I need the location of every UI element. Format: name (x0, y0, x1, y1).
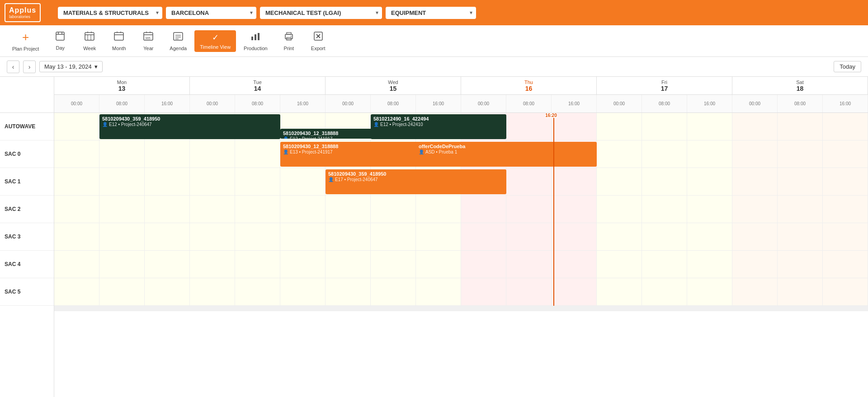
grid-cell-sac2-1-0 (190, 196, 235, 223)
grid-cell-sac3-3-0 (461, 223, 506, 250)
date-range-button[interactable]: May 13 - 19, 2024 ▾ (39, 61, 103, 72)
grid-cell-sac1-3-1 (506, 168, 552, 195)
materials-dropdown[interactable]: MATERIALS & STRUCTURALS (58, 7, 162, 19)
grid-cell-sac1-1-0 (190, 168, 235, 195)
production-label: Production (244, 46, 268, 51)
location-dropdown-wrapper[interactable]: BARCELONA (166, 7, 256, 19)
hour-cell-4-2: 16:00 (687, 95, 732, 112)
grid-cell-sac0-1-0 (190, 140, 235, 168)
grid-cell-sac2-1-1 (235, 196, 280, 223)
grid-cell-sac3-0-0 (54, 223, 99, 250)
grid-cell-sac2-5-1 (778, 196, 823, 223)
event-ev5[interactable]: offerCodeDePrueba 👤 ASD • Prueba 1 (416, 142, 597, 167)
hour-cell-4-1: 08:00 (642, 95, 687, 112)
day-num-18: 18 (797, 85, 804, 92)
test-dropdown[interactable]: MECHANICAL TEST (LGAI) (260, 7, 382, 19)
grid-cell-sac2-4-1 (642, 196, 687, 223)
grid-cell-sac1-5-1 (778, 168, 823, 195)
grid-cell-autowave-4-0 (597, 113, 642, 140)
month-button[interactable]: Month (105, 29, 132, 53)
person-icon-ev1: 👤 (102, 122, 108, 127)
production-button[interactable]: Production (238, 29, 273, 53)
export-icon (313, 31, 323, 44)
grid-cell-autowave-4-1 (642, 113, 687, 140)
svg-rect-25 (258, 33, 259, 40)
event-sub-ev1: 👤 E12 • Project-240647 (102, 122, 278, 127)
grid-cell-sac4-2-0 (326, 251, 371, 278)
today-button[interactable]: Today (834, 61, 861, 72)
export-button[interactable]: Export (305, 29, 332, 53)
event-ev3[interactable]: 5810209430_12_318888 👤 E12 • Project-241… (280, 129, 416, 139)
print-button[interactable]: Print (275, 29, 302, 53)
grid-cell-sac3-1-1 (235, 223, 280, 250)
grid-cell-sac1-1-1 (235, 168, 280, 195)
grid-cell-sac4-1-0 (190, 251, 235, 278)
event-ev6[interactable]: 5810209430_359_418950 👤 E17 • Project-24… (326, 169, 506, 194)
grid-row-sac4 (54, 251, 868, 278)
hours-header: 00:0008:0016:0000:0008:0016:0000:0008:00… (54, 95, 868, 113)
event-sub-ev3: 👤 E12 • Project-241917 (283, 136, 413, 139)
resource-sac0: SAC 0 (0, 140, 54, 168)
grid-cell-autowave-4-2 (687, 113, 732, 140)
grid-cell-autowave-3-2 (552, 113, 597, 140)
svg-rect-24 (255, 34, 256, 40)
day-num-16: 16 (525, 85, 533, 92)
materials-dropdown-wrapper[interactable]: MATERIALS & STRUCTURALS (58, 7, 162, 19)
test-dropdown-wrapper[interactable]: MECHANICAL TEST (LGAI) (260, 7, 382, 19)
agenda-button[interactable]: Agenda (164, 29, 192, 53)
location-dropdown[interactable]: BARCELONA (166, 7, 256, 19)
grid-cell-sac5-4-2 (687, 278, 732, 305)
equipment-dropdown[interactable]: EQUIPMENT (386, 7, 476, 19)
grid-cell-sac5-2-2 (416, 278, 461, 305)
hour-cell-3-2: 16:00 (552, 95, 597, 112)
grid-cell-sac0-4-1 (642, 140, 687, 168)
hour-cell-3-1: 08:00 (506, 95, 552, 112)
plan-project-label: Plan Project (12, 46, 39, 51)
svg-rect-23 (251, 37, 253, 40)
resource-sac2: SAC 2 (0, 196, 54, 223)
grid-cell-sac5-0-2 (145, 278, 190, 305)
year-button[interactable]: 365 Year (135, 29, 162, 53)
event-title-ev1: 5810209430_359_418950 (102, 116, 278, 121)
hour-cell-3-0: 00:00 (461, 95, 506, 112)
grid-cell-sac0-0-1 (99, 140, 145, 168)
day-name-14: Tue (253, 79, 262, 85)
next-button[interactable]: › (23, 61, 36, 73)
day-button[interactable]: Day (47, 29, 74, 53)
hour-cell-0-1: 08:00 (99, 95, 145, 112)
day-name-18: Sat (796, 79, 804, 85)
toolbar: + Plan Project Day Week Month (0, 25, 868, 57)
grid-cell-sac2-1-2 (280, 196, 326, 223)
grid-cell-sac0-0-0 (54, 140, 99, 168)
horizontal-scrollbar[interactable] (54, 306, 868, 311)
equipment-dropdown-wrapper[interactable]: EQUIPMENT (386, 7, 476, 19)
event-title-ev5: offerCodeDePrueba (419, 144, 594, 149)
grid-cell-sac5-5-0 (732, 278, 778, 305)
day-header-14: Tue14 (190, 77, 326, 94)
event-ev1[interactable]: 5810209430_359_418950 👤 E12 • Project-24… (99, 114, 280, 139)
timeline-view-button[interactable]: ✓ Timeline View (194, 30, 236, 52)
week-button[interactable]: Week (76, 29, 103, 53)
grid-cell-sac3-4-1 (642, 223, 687, 250)
grid-cell-sac0-4-2 (687, 140, 732, 168)
plan-project-button[interactable]: + Plan Project (7, 28, 44, 54)
event-title-ev3: 5810209430_12_318888 (283, 131, 413, 136)
year-label: Year (143, 46, 153, 51)
grid-cell-sac2-0-0 (54, 196, 99, 223)
person-icon-ev5: 👤 (419, 149, 424, 154)
grid-cell-sac1-4-0 (597, 168, 642, 195)
month-label: Month (112, 46, 126, 51)
grid-cell-sac2-3-0 (461, 196, 506, 223)
grid-cell-sac3-2-0 (326, 223, 371, 250)
hour-cell-2-2: 16:00 (416, 95, 461, 112)
prev-button[interactable]: ‹ (7, 61, 19, 73)
grid-cell-sac4-0-1 (99, 251, 145, 278)
calendar-container: AUTOWAVE SAC 0 SAC 1 SAC 2 SAC 3 SAC 4 S… (0, 77, 868, 397)
grid-cell-autowave-5-2 (823, 113, 868, 140)
day-name-16: Thu (524, 79, 533, 85)
grid-row-sac5 (54, 278, 868, 306)
grid-cell-sac4-3-2 (552, 251, 597, 278)
grid-cell-autowave-0-0 (54, 113, 99, 140)
svg-point-29 (291, 36, 292, 37)
day-header-15: Wed15 (326, 77, 461, 94)
